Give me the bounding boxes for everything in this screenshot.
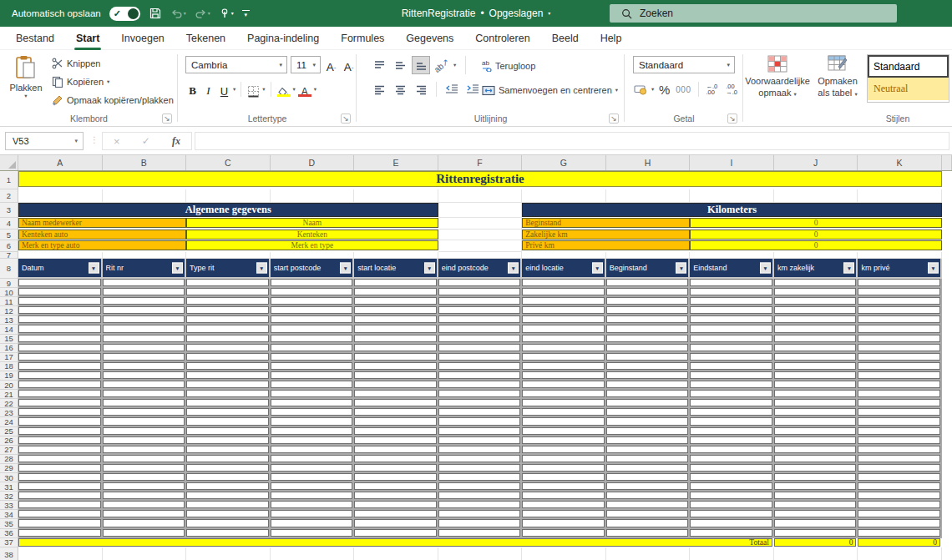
table-cell[interactable]	[606, 297, 689, 305]
align-left-button[interactable]	[370, 80, 388, 98]
row-header-1[interactable]: 1	[0, 171, 18, 189]
kilometers-section-header[interactable]: Kilometers	[522, 203, 942, 217]
undo-button[interactable]: ▾	[170, 8, 186, 20]
table-cell[interactable]	[438, 436, 521, 444]
row-header-14[interactable]: 14	[0, 325, 18, 334]
table-column-header-type-rit[interactable]: Type rit▼	[186, 259, 269, 277]
row-header-16[interactable]: 16	[0, 344, 18, 353]
table-cell[interactable]	[103, 547, 187, 560]
fill-color-button[interactable]	[276, 81, 291, 98]
table-cell[interactable]	[18, 325, 101, 332]
table-cell[interactable]	[103, 315, 185, 323]
table-cell[interactable]	[18, 547, 103, 560]
table-cell[interactable]	[186, 362, 269, 370]
touch-mode-button[interactable]: ▾	[219, 8, 234, 20]
table-cell[interactable]	[186, 446, 269, 453]
format-as-table-button[interactable]: Opmakenals tabel ▾	[808, 55, 867, 99]
table-cell[interactable]	[354, 335, 437, 342]
table-cell[interactable]	[186, 473, 269, 481]
table-cell[interactable]	[186, 464, 269, 472]
table-column-header-eind-postcode[interactable]: eind postcode▼	[438, 259, 521, 277]
cancel-button[interactable]: ×	[114, 135, 120, 148]
table-cell[interactable]	[522, 325, 605, 332]
table-cell[interactable]	[438, 482, 521, 490]
formula-input[interactable]	[195, 132, 949, 150]
tab-tekenen[interactable]: Tekenen	[175, 27, 236, 50]
table-cell[interactable]	[354, 529, 437, 537]
table-cell[interactable]	[774, 446, 857, 453]
table-cell[interactable]	[438, 510, 521, 517]
row-header-12[interactable]: 12	[0, 306, 18, 315]
table-cell[interactable]	[18, 189, 103, 203]
row-header-19[interactable]: 19	[0, 371, 18, 381]
table-cell[interactable]	[774, 344, 857, 351]
table-cell[interactable]	[858, 482, 940, 490]
tab-start[interactable]: Start	[65, 27, 110, 50]
table-cell[interactable]	[438, 371, 521, 379]
table-cell[interactable]	[18, 353, 101, 361]
table-cell[interactable]	[186, 189, 271, 203]
table-cell[interactable]	[522, 189, 606, 203]
table-cell[interactable]	[774, 427, 857, 435]
table-cell[interactable]	[522, 399, 605, 406]
table-column-header-rit-nr[interactable]: Rit nr▼	[103, 259, 185, 277]
table-cell[interactable]	[18, 519, 101, 527]
font-size-combo[interactable]: 11 ▾	[291, 56, 321, 73]
table-cell[interactable]	[18, 501, 101, 508]
table-cell[interactable]	[774, 529, 857, 537]
tab-bestand[interactable]: Bestand	[5, 27, 65, 50]
table-cell[interactable]	[774, 306, 857, 314]
table-cell[interactable]	[186, 381, 269, 388]
row-header-20[interactable]: 20	[0, 381, 18, 390]
table-cell[interactable]	[522, 492, 605, 499]
table-cell[interactable]	[271, 297, 353, 305]
table-cell[interactable]	[186, 315, 269, 323]
table-cell[interactable]	[858, 436, 940, 444]
table-cell[interactable]	[606, 344, 689, 351]
row-header-35[interactable]: 35	[0, 519, 18, 528]
table-cell[interactable]	[271, 335, 353, 342]
filter-button-start-postcode[interactable]: ▼	[340, 263, 351, 274]
table-cell[interactable]	[354, 417, 437, 425]
table-cell[interactable]	[18, 510, 101, 517]
table-cell[interactable]	[690, 529, 772, 537]
customize-toolbar-button[interactable]: ▾	[242, 10, 250, 18]
column-header-k[interactable]: K	[858, 155, 942, 170]
table-cell[interactable]	[271, 288, 353, 295]
column-header-a[interactable]: A	[18, 155, 103, 170]
column-header-b[interactable]: B	[103, 155, 187, 170]
table-cell[interactable]	[438, 344, 521, 351]
table-cell[interactable]	[774, 252, 858, 259]
table-cell[interactable]	[271, 408, 353, 416]
table-cell[interactable]	[354, 325, 437, 332]
row-header-9[interactable]: 9	[0, 279, 18, 288]
table-cell[interactable]	[774, 371, 857, 379]
table-cell[interactable]	[186, 408, 269, 416]
chevron-down-icon[interactable]: ▾	[651, 86, 654, 93]
italic-button[interactable]: I	[201, 81, 215, 98]
table-cell[interactable]	[774, 297, 857, 305]
table-cell[interactable]	[271, 510, 353, 517]
table-cell[interactable]	[18, 279, 101, 286]
column-header-f[interactable]: F	[438, 155, 523, 170]
table-cell[interactable]	[354, 464, 437, 472]
table-cell[interactable]	[271, 501, 353, 508]
table-cell[interactable]	[186, 288, 269, 295]
table-cell[interactable]	[522, 390, 605, 397]
table-cell[interactable]	[690, 473, 772, 481]
row-header-21[interactable]: 21	[0, 390, 18, 399]
table-cell[interactable]	[438, 218, 523, 230]
table-cell[interactable]	[18, 252, 103, 259]
table-cell[interactable]	[354, 547, 438, 560]
general-section-header[interactable]: Algemene gegevens	[18, 203, 438, 217]
table-cell[interactable]	[522, 306, 605, 314]
table-cell[interactable]	[690, 501, 772, 508]
table-cell[interactable]	[606, 325, 689, 332]
table-cell[interactable]	[774, 519, 857, 527]
row-header-25[interactable]: 25	[0, 427, 18, 436]
chevron-down-icon[interactable]: ▾	[293, 86, 296, 93]
align-bottom-button[interactable]	[412, 56, 430, 74]
table-cell[interactable]	[354, 390, 437, 397]
row-header-10[interactable]: 10	[0, 288, 18, 297]
cell-style-neutraal[interactable]: Neutraal	[868, 78, 949, 100]
